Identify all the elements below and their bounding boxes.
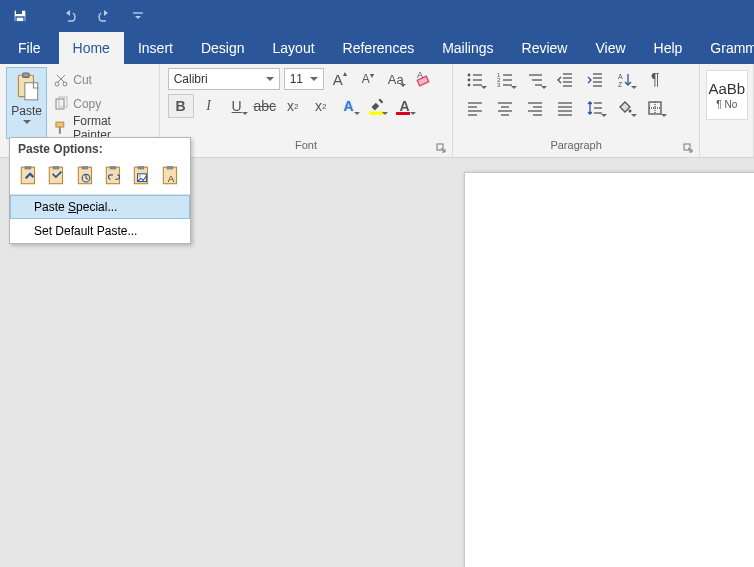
svg-point-84 (139, 175, 141, 177)
align-center-button[interactable] (491, 96, 519, 120)
sort-icon: AZ (616, 71, 634, 89)
tab-file[interactable]: File (0, 32, 59, 64)
svg-point-26 (468, 84, 471, 87)
svg-point-67 (629, 110, 632, 113)
highlight-button[interactable] (364, 94, 390, 118)
font-color-button[interactable]: A (392, 94, 418, 118)
multilevel-list-icon (526, 71, 544, 89)
copy-button[interactable]: Copy (51, 93, 152, 115)
subscript-button[interactable]: x2 (280, 94, 306, 118)
change-case-button[interactable]: Aa (384, 68, 408, 90)
svg-text:A: A (618, 73, 623, 80)
borders-icon (646, 99, 664, 117)
line-spacing-button[interactable] (581, 96, 609, 120)
format-painter-button[interactable]: Format Painter (51, 117, 152, 139)
tab-references[interactable]: References (329, 32, 429, 64)
svg-point-10 (55, 82, 59, 86)
paste-button[interactable]: Paste (6, 67, 47, 139)
align-right-button[interactable] (521, 96, 549, 120)
undo-button[interactable] (58, 4, 82, 28)
align-left-button[interactable] (461, 96, 489, 120)
svg-rect-74 (50, 167, 63, 184)
outdent-icon (556, 71, 574, 89)
numbered-list-icon: 123 (496, 71, 514, 89)
svg-rect-9 (24, 83, 37, 100)
show-marks-button[interactable]: ¶ (641, 68, 669, 92)
paste-picture[interactable] (131, 164, 153, 188)
shrink-font-button[interactable]: A▾ (356, 68, 380, 90)
svg-rect-86 (166, 166, 173, 169)
bullet-list-icon (466, 71, 484, 89)
svg-text:Z: Z (618, 81, 623, 88)
paste-options-dropdown: Paste Options: A Paste Special... Set De… (9, 137, 191, 244)
save-button[interactable] (8, 4, 32, 28)
group-paragraph: 123 AZ ¶ Paragraph (453, 64, 699, 157)
chevron-down-icon (23, 120, 31, 124)
group-label-paragraph: Paragraph (453, 139, 698, 157)
highlighter-icon (367, 96, 387, 116)
font-size-combobox[interactable]: 11 (284, 68, 324, 90)
grow-font-button[interactable]: A▴ (328, 68, 352, 90)
document-page[interactable] (464, 172, 754, 567)
tab-help[interactable]: Help (640, 32, 697, 64)
tab-home[interactable]: Home (59, 32, 124, 64)
paste-label: Paste (11, 104, 42, 118)
svg-text:3: 3 (497, 82, 501, 88)
eraser-icon: A (415, 70, 433, 88)
paste-link[interactable] (103, 164, 125, 188)
paste-keep-source-formatting[interactable] (18, 164, 40, 188)
italic-button[interactable]: I (196, 94, 222, 118)
font-name-combobox[interactable]: Calibri (168, 68, 280, 90)
paste-use-destination-styles[interactable] (75, 164, 97, 188)
superscript-button[interactable]: x2 (308, 94, 334, 118)
tab-insert[interactable]: Insert (124, 32, 187, 64)
bullets-button[interactable] (461, 68, 489, 92)
increase-indent-button[interactable] (581, 68, 609, 92)
decrease-indent-button[interactable] (551, 68, 579, 92)
underline-button[interactable]: U (224, 94, 250, 118)
chevron-down-icon (310, 77, 318, 81)
sort-button[interactable]: AZ (611, 68, 639, 92)
paint-bucket-icon (616, 99, 634, 117)
text-effects-button[interactable]: A (336, 94, 362, 118)
bold-button[interactable]: B (168, 94, 194, 118)
svg-rect-76 (78, 167, 91, 184)
paste-special-item[interactable]: Paste Special... (10, 195, 190, 219)
redo-button[interactable] (92, 4, 116, 28)
paste-merge-formatting[interactable] (46, 164, 68, 188)
paragraph-dialog-launcher[interactable] (683, 143, 695, 155)
tab-mailings[interactable]: Mailings (428, 32, 507, 64)
line-spacing-icon (586, 99, 604, 117)
shading-button[interactable] (611, 96, 639, 120)
svg-text:A: A (167, 173, 174, 184)
svg-point-11 (63, 82, 67, 86)
numbering-button[interactable]: 123 (491, 68, 519, 92)
clear-formatting-button[interactable]: A (412, 68, 436, 90)
svg-point-24 (468, 79, 471, 82)
paste-options-header: Paste Options: (10, 138, 190, 160)
copy-icon (53, 96, 69, 112)
svg-rect-2 (16, 10, 22, 14)
tab-design[interactable]: Design (187, 32, 259, 64)
qat-customize-button[interactable] (126, 4, 150, 28)
multilevel-list-button[interactable] (521, 68, 549, 92)
tab-review[interactable]: Review (508, 32, 582, 64)
paste-text-only[interactable]: A (160, 164, 182, 188)
tab-grammarly[interactable]: Grammarly (696, 32, 754, 64)
borders-button[interactable] (641, 96, 669, 120)
cut-button[interactable]: Cut (51, 69, 152, 91)
group-styles: AaBb ¶ No (700, 64, 754, 157)
svg-rect-75 (53, 166, 60, 169)
tab-layout[interactable]: Layout (259, 32, 329, 64)
strikethrough-button[interactable]: abc (252, 94, 278, 118)
font-dialog-launcher[interactable] (436, 143, 448, 155)
set-default-paste-item[interactable]: Set Default Paste... (10, 219, 190, 243)
svg-rect-80 (110, 166, 117, 169)
style-normal[interactable]: AaBb ¶ No (706, 70, 748, 120)
justify-button[interactable] (551, 96, 579, 120)
justify-icon (556, 99, 574, 117)
align-left-icon (466, 99, 484, 117)
group-font: Calibri 11 A▴ A▾ Aa A B I U abc x2 x2 A (160, 64, 454, 157)
tab-view[interactable]: View (581, 32, 639, 64)
indent-icon (586, 71, 604, 89)
